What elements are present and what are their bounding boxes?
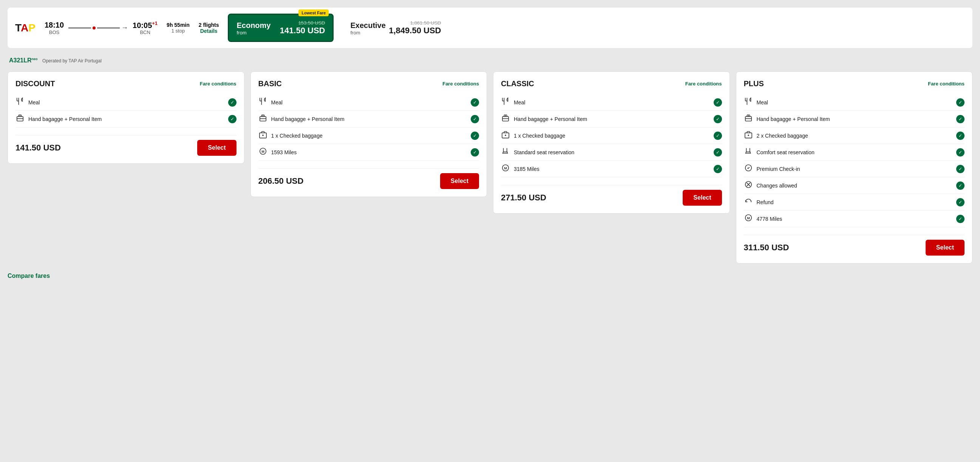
- arrival-block: 10:05+1 BCN: [133, 21, 158, 35]
- tap-logo: TAP: [15, 23, 35, 33]
- feature-icon: [501, 97, 510, 107]
- check-icon: ✓: [956, 148, 964, 156]
- fare-feature-3-4: Premium Check-in ✓: [744, 161, 965, 177]
- feature-label: 1593 Miles: [271, 149, 297, 155]
- feature-label: Standard seat reservation: [514, 149, 574, 155]
- executive-old-price: 1,861.50 USD: [389, 20, 441, 26]
- fare-header-plus: PLUS Fare conditions: [744, 80, 965, 88]
- fare-features-classic: Meal ✓ Hand bagagge + Personal Item ✓ 1 …: [501, 94, 722, 177]
- flights-number: 2 flights: [199, 22, 219, 28]
- check-icon: ✓: [228, 98, 237, 107]
- details-link[interactable]: Details: [199, 28, 219, 34]
- compare-fares-link[interactable]: Compare fares: [8, 272, 972, 279]
- fare-title-discount: DISCOUNT: [16, 80, 55, 88]
- operated-by: Operated by TAP Air Portugal: [42, 58, 102, 64]
- check-icon: ✓: [714, 148, 722, 156]
- fare-feature-3-7: M 4778 Miles ✓: [744, 210, 965, 227]
- aircraft-name: A321LRneo: [9, 57, 39, 64]
- feature-icon: [744, 97, 753, 107]
- check-icon: ✓: [714, 98, 722, 107]
- economy-card[interactable]: Lowest Fare Economy from 153.50 USD 141.…: [228, 14, 334, 42]
- feature-left: M 4778 Miles: [744, 213, 783, 224]
- fare-features-discount: Meal ✓ Hand bagagge + Personal Item ✓: [16, 94, 237, 127]
- fare-feature-2-1: Hand bagagge + Personal Item ✓: [501, 111, 722, 127]
- flight-duration-block: 9h 55min 1 stop: [167, 22, 190, 33]
- aircraft-info: A321LRneo Operated by TAP Air Portugal: [8, 57, 972, 64]
- neo-text: neo: [32, 57, 38, 61]
- check-icon: ✓: [956, 198, 964, 206]
- executive-card[interactable]: Executive from 1,861.50 USD 1,849.50 USD: [343, 15, 449, 41]
- executive-new-price: 1,849.50 USD: [389, 26, 441, 35]
- fare-conditions-discount[interactable]: Fare conditions: [200, 81, 237, 87]
- flight-stops: 1 stop: [167, 28, 190, 33]
- fare-title-basic: BASIC: [258, 80, 282, 88]
- fare-conditions-basic[interactable]: Fare conditions: [442, 81, 479, 87]
- fare-feature-1-2: 1 x Checked baggage ✓: [258, 127, 479, 144]
- fare-header-classic: CLASSIC Fare conditions: [501, 80, 722, 88]
- feature-left: Hand bagagge + Personal Item: [16, 114, 102, 124]
- check-icon: ✓: [471, 98, 479, 107]
- fare-header-discount: DISCOUNT Fare conditions: [16, 80, 237, 88]
- fare-price-discount: 141.50 USD: [16, 143, 61, 153]
- fare-feature-3-6: Refund ✓: [744, 194, 965, 210]
- feature-left: 1 x Checked baggage: [258, 131, 323, 141]
- feature-icon: [744, 164, 753, 174]
- logo-t: T: [15, 22, 21, 33]
- feature-icon: [16, 114, 25, 124]
- feature-icon: [501, 114, 510, 124]
- fare-features-basic: Meal ✓ Hand bagagge + Personal Item ✓ 1 …: [258, 94, 479, 161]
- feature-icon: M: [744, 213, 753, 224]
- feature-label: 3185 Miles: [514, 166, 539, 172]
- feature-icon: [501, 131, 510, 141]
- feature-label: Hand bagagge + Personal Item: [28, 116, 102, 122]
- fare-title-classic: CLASSIC: [501, 80, 534, 88]
- feature-label: 1 x Checked baggage: [271, 133, 323, 139]
- fare-card-classic: CLASSIC Fare conditions Meal ✓ Hand baga…: [493, 72, 730, 213]
- fare-conditions-classic[interactable]: Fare conditions: [685, 81, 722, 87]
- feature-left: Changes allowed: [744, 180, 797, 191]
- fare-feature-2-4: M 3185 Miles ✓: [501, 161, 722, 177]
- feature-label: Meal: [271, 99, 283, 105]
- feature-left: Meal: [16, 97, 40, 107]
- feature-icon: [744, 131, 753, 141]
- feature-label: Hand bagagge + Personal Item: [271, 116, 345, 122]
- arrival-time: 10:05+1: [133, 21, 158, 30]
- check-icon: ✓: [956, 215, 964, 223]
- fare-feature-2-3: Standard seat reservation ✓: [501, 144, 722, 161]
- logo-a: A: [21, 22, 28, 33]
- feature-label: Meal: [514, 99, 525, 105]
- feature-label: 4778 Miles: [757, 216, 783, 222]
- feature-icon: M: [258, 147, 267, 157]
- feature-left: Premium Check-in: [744, 164, 800, 174]
- fare-price-plus: 311.50 USD: [744, 243, 789, 253]
- departure-time: 18:10: [45, 21, 64, 29]
- fare-header-basic: BASIC Fare conditions: [258, 80, 479, 88]
- fare-feature-0-0: Meal ✓: [16, 94, 237, 111]
- lowest-fare-badge: Lowest Fare: [299, 10, 329, 16]
- check-icon: ✓: [956, 115, 964, 123]
- check-icon: ✓: [956, 132, 964, 140]
- executive-right: 1,861.50 USD 1,849.50 USD: [389, 20, 441, 35]
- fare-card-basic: BASIC Fare conditions Meal ✓ Hand bagagg…: [250, 72, 487, 197]
- fare-conditions-plus[interactable]: Fare conditions: [928, 81, 964, 87]
- feature-label: Changes allowed: [757, 183, 797, 189]
- fare-feature-3-1: Hand bagagge + Personal Item ✓: [744, 111, 965, 127]
- departure-block: 18:10 BOS: [45, 21, 64, 35]
- fare-price-basic: 206.50 USD: [258, 176, 304, 186]
- feature-left: Standard seat reservation: [501, 147, 574, 157]
- fare-card-plus: PLUS Fare conditions Meal ✓ Hand bagagge…: [736, 72, 973, 263]
- route-line-left: [68, 28, 91, 29]
- feature-left: Hand bagagge + Personal Item: [258, 114, 345, 124]
- executive-title: Executive: [350, 21, 385, 30]
- select-button-discount[interactable]: Select: [197, 140, 236, 156]
- feature-label: Comfort seat reservation: [757, 149, 815, 155]
- feature-left: 2 x Checked baggage: [744, 131, 808, 141]
- select-button-plus[interactable]: Select: [926, 240, 964, 256]
- feature-icon: [501, 147, 510, 157]
- feature-label: Refund: [757, 199, 774, 205]
- select-button-classic[interactable]: Select: [682, 190, 722, 206]
- departure-city: BOS: [45, 29, 64, 35]
- flights-detail-block: 2 flights Details: [199, 22, 219, 34]
- feature-label: Meal: [28, 99, 40, 105]
- select-button-basic[interactable]: Select: [440, 173, 479, 189]
